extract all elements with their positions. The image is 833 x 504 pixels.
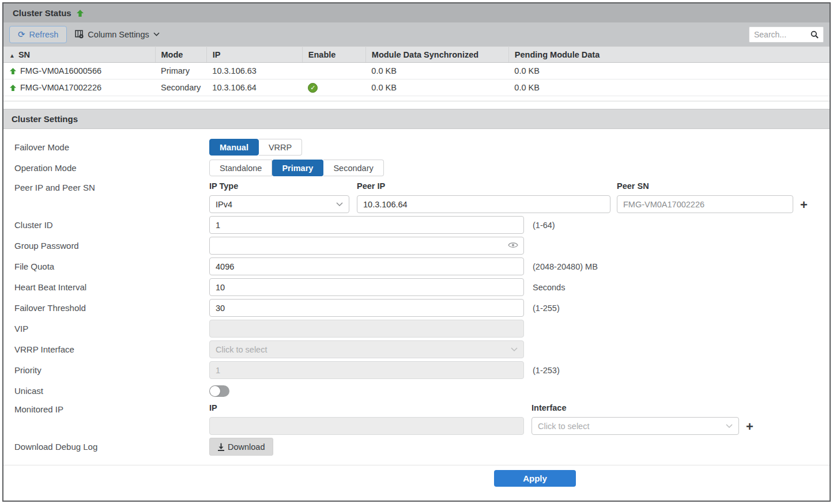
operation-mode-option-secondary[interactable]: Secondary (323, 160, 383, 176)
monitored-ip-row: Monitored IP IP Interface Click to selec… (3, 403, 830, 435)
interface-placeholder: Click to select (538, 422, 589, 431)
cell-module-data-synchronized: 0.0 KB (365, 63, 508, 79)
refresh-button[interactable]: ⟳ Refresh (9, 26, 67, 43)
unicast-toggle[interactable] (209, 385, 229, 397)
chevron-down-icon (511, 347, 518, 352)
cluster-settings-header: Cluster Settings (3, 109, 830, 129)
cell-ip: 10.3.106.64 (206, 79, 302, 96)
heart-beat-interval-input[interactable] (209, 278, 524, 296)
monitored-ip-interface-select[interactable]: Click to select (532, 417, 739, 435)
apply-button[interactable]: Apply (494, 470, 576, 487)
download-debug-log-label: Download Debug Log (3, 442, 209, 452)
failover-mode-segment: Manual VRRP (209, 139, 302, 156)
file-quota-input[interactable] (209, 257, 524, 275)
download-button-label: Download (228, 442, 265, 452)
ip-type-label: IP Type (209, 181, 349, 191)
heart-beat-interval-hint: Seconds (533, 283, 565, 292)
table-footer (3, 96, 830, 101)
heart-beat-interval-label: Heart Beat Interval (3, 282, 209, 292)
enabled-check-icon: ✓ (308, 83, 318, 93)
cell-pending-module-data: 0.0 KB (508, 63, 830, 79)
cluster-id-input[interactable] (209, 216, 524, 234)
chevron-down-icon (153, 32, 160, 36)
cluster-settings-title: Cluster Settings (12, 114, 78, 124)
unicast-label: Unicast (3, 386, 209, 396)
failover-mode-label: Failover Mode (3, 142, 209, 152)
failover-threshold-label: Failover Threshold (3, 303, 209, 313)
peer-sn-input[interactable] (617, 195, 793, 213)
search-icon[interactable] (811, 31, 819, 39)
file-quota-hint: (2048-20480) MB (533, 262, 598, 271)
file-quota-label: File Quota (3, 262, 209, 271)
cluster-id-label: Cluster ID (3, 220, 209, 230)
table-row[interactable]: FMG-VM0A16000566 Primary 10.3.106.63 0.0… (3, 63, 830, 79)
peer-ip-input[interactable] (357, 195, 610, 213)
priority-input (209, 361, 524, 379)
cell-enable: ✓ (302, 79, 365, 96)
form-footer: Apply (3, 465, 830, 487)
operation-mode-option-standalone[interactable]: Standalone (209, 160, 272, 176)
search-box[interactable] (749, 26, 824, 43)
peer-sn-label: Peer SN (617, 181, 793, 191)
priority-row: Priority (1-253) (3, 361, 830, 379)
cell-sn: FMG-VM0A17002226 (3, 79, 155, 96)
column-header-mode[interactable]: Mode (155, 47, 206, 63)
peer-ip-label: Peer IP (357, 181, 610, 191)
download-button[interactable]: Download (209, 438, 273, 456)
status-up-arrow-icon (9, 84, 17, 92)
cluster-status-table: ▲SN Mode IP Enable Module Data Synchroni… (3, 46, 830, 96)
ha-settings-panel: Cluster Status ⟳ Refresh Column Settings (2, 2, 831, 502)
failover-mode-row: Failover Mode Manual VRRP (3, 138, 830, 156)
vrrp-interface-placeholder: Click to select (216, 345, 267, 354)
chevron-down-icon (336, 202, 343, 207)
vrrp-interface-label: VRRP Interface (3, 344, 209, 354)
column-settings-label: Column Settings (88, 30, 149, 39)
priority-label: Priority (3, 365, 209, 375)
search-input[interactable] (754, 30, 807, 39)
column-header-sn[interactable]: ▲SN (3, 47, 155, 63)
column-header-ip[interactable]: IP (206, 47, 302, 63)
cluster-status-header: Cluster Status (3, 3, 830, 22)
group-password-label: Group Password (3, 241, 209, 251)
show-password-eye-icon[interactable] (508, 241, 518, 249)
failover-mode-option-vrrp[interactable]: VRRP (259, 139, 302, 156)
column-header-module-data-synchronized[interactable]: Module Data Synchronized (365, 47, 508, 63)
cluster-settings-form: Failover Mode Manual VRRP Operation Mode… (3, 129, 830, 487)
unicast-row: Unicast (3, 382, 830, 400)
cell-ip: 10.3.106.63 (206, 63, 302, 79)
peer-fields: IP Type IPv4 Peer IP Peer SN + (209, 181, 808, 213)
sort-asc-icon: ▲ (9, 52, 15, 59)
operation-mode-option-primary[interactable]: Primary (272, 160, 323, 176)
column-settings-button[interactable]: Column Settings (75, 30, 159, 39)
priority-hint: (1-253) (533, 366, 560, 375)
column-settings-icon (75, 30, 84, 39)
table-row[interactable]: FMG-VM0A17002226 Secondary 10.3.106.64 ✓… (3, 79, 830, 96)
monitored-ip-label: Monitored IP (3, 403, 209, 414)
download-icon (217, 443, 225, 451)
monitored-ip-input (209, 417, 524, 435)
column-header-pending-module-data[interactable]: Pending Module Data (508, 47, 830, 63)
group-password-input[interactable] (209, 237, 524, 255)
toggle-knob (210, 386, 220, 396)
group-password-row: Group Password (3, 237, 830, 255)
peer-label: Peer IP and Peer SN (3, 181, 209, 192)
cell-mode: Secondary (155, 79, 206, 96)
cluster-status-title: Cluster Status (13, 8, 71, 18)
failover-mode-option-manual[interactable]: Manual (209, 139, 259, 156)
section-gap (3, 101, 830, 109)
failover-threshold-input[interactable] (209, 299, 524, 317)
ip-type-select[interactable]: IPv4 (209, 195, 349, 213)
column-header-enable[interactable]: Enable (302, 47, 365, 63)
refresh-label: Refresh (29, 30, 59, 39)
failover-threshold-hint: (1-255) (533, 304, 560, 313)
add-peer-button[interactable]: + (800, 199, 808, 211)
vip-input (209, 320, 524, 338)
cluster-id-row: Cluster ID (1-64) (3, 216, 830, 234)
download-debug-log-row: Download Debug Log Download (3, 438, 830, 456)
failover-threshold-row: Failover Threshold (1-255) (3, 299, 830, 317)
vrrp-interface-row: VRRP Interface Click to select (3, 340, 830, 358)
status-up-arrow-icon (9, 67, 17, 75)
refresh-icon: ⟳ (18, 29, 25, 40)
add-monitored-ip-button[interactable]: + (746, 420, 753, 433)
table-header-row: ▲SN Mode IP Enable Module Data Synchroni… (3, 47, 830, 63)
